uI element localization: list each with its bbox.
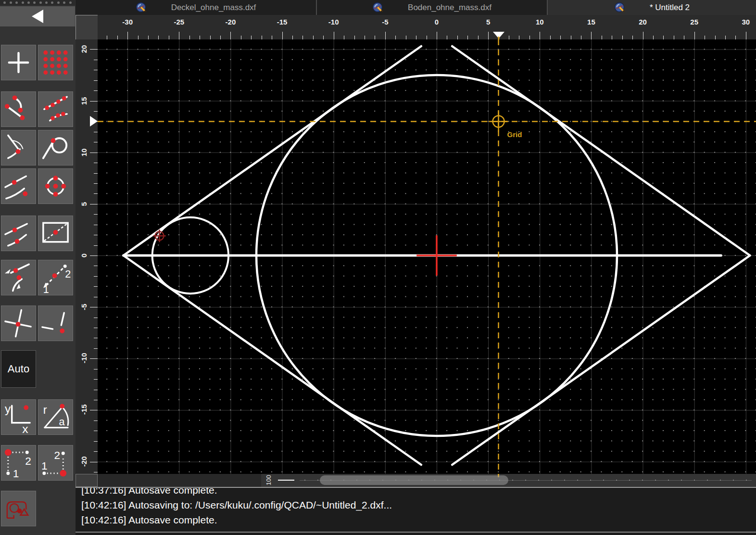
snap-free-button[interactable] xyxy=(1,45,36,80)
ruler-tick xyxy=(148,36,149,39)
ruler-label: 5 xyxy=(486,18,490,26)
drawing-canvas[interactable]: Grid xyxy=(98,39,756,474)
snap-nearest-button[interactable] xyxy=(1,168,36,204)
vertical-ruler[interactable]: -20-15-10-505101520 xyxy=(76,39,98,474)
ruler-tick xyxy=(94,163,98,163)
horizontal-ruler[interactable]: -30-25-20-15-10-5051015202530 xyxy=(98,15,756,39)
ruler-tick xyxy=(292,36,293,39)
ruler-tick xyxy=(94,266,98,266)
snap-auto-button[interactable]: Auto xyxy=(1,350,36,388)
strip-tick-dot xyxy=(655,480,656,481)
svg-text:2: 2 xyxy=(54,449,61,461)
ruler-tick xyxy=(663,36,664,39)
ruler-tick xyxy=(94,142,98,142)
strip-tick-dot xyxy=(551,480,552,481)
snap-perpendicular-button[interactable] xyxy=(1,130,36,166)
ruler-label: -30 xyxy=(122,18,133,26)
strip-tick-dot xyxy=(447,480,448,481)
ruler-tick xyxy=(643,32,643,39)
strip-tick-dot xyxy=(577,480,578,481)
ruler-tick xyxy=(158,36,159,39)
strip-tick-dot xyxy=(369,480,370,481)
snap-endpoints-icon xyxy=(1,92,36,127)
strip-tick-dot xyxy=(460,480,461,481)
ruler-tick xyxy=(725,36,726,39)
ruler-tick xyxy=(94,348,98,349)
strip-tick-dot xyxy=(681,480,682,481)
ruler-tick xyxy=(94,420,98,421)
ruler-tick xyxy=(94,70,98,70)
ruler-tick xyxy=(416,36,416,39)
grid-label: Grid xyxy=(507,130,522,139)
snap-intersection-button[interactable] xyxy=(1,306,36,341)
back-button[interactable] xyxy=(0,6,75,26)
snap-grid-icon xyxy=(38,45,73,80)
qcad-app-icon-button[interactable] xyxy=(1,491,36,526)
strip-tick-dot xyxy=(434,480,435,481)
ruler-tick xyxy=(540,32,540,39)
ruler-tick xyxy=(334,32,334,39)
horizontal-scrollbar-thumb[interactable] xyxy=(320,475,508,485)
ruler-tick xyxy=(447,36,447,39)
ruler-tick xyxy=(210,36,211,39)
coordinate-polar-button[interactable]: r a xyxy=(38,399,73,435)
log-line: [10:42:16] Autosave complete. xyxy=(76,512,756,527)
strip-tick-dot xyxy=(733,480,734,481)
snap-restrict-button[interactable] xyxy=(1,260,36,295)
ruler-tick xyxy=(282,32,283,39)
document-tab-3[interactable]: * Untitled 2 xyxy=(547,0,756,15)
ruler-tick xyxy=(90,410,98,410)
coordinate-cartesian-icon: y x xyxy=(1,400,36,434)
snap-intersection-icon xyxy=(1,306,36,341)
strip-tick-dot xyxy=(642,480,643,481)
svg-text:x: x xyxy=(22,422,28,434)
ruler-corner-box xyxy=(76,15,98,39)
document-tab-2[interactable]: Boden_ohne_mass.dxf xyxy=(316,0,547,15)
snap-middle-button[interactable] xyxy=(38,216,73,251)
strip-tick-dot xyxy=(590,480,591,481)
strip-ruler-label: 100 xyxy=(265,475,272,485)
ruler-tick xyxy=(395,36,396,39)
ruler-tick xyxy=(94,286,98,287)
ruler-label: 30 xyxy=(742,18,750,26)
snap-two-entities-button[interactable] xyxy=(1,216,36,251)
strip-tick-dot xyxy=(330,480,331,481)
svg-text:2: 2 xyxy=(65,268,71,280)
ruler-tick xyxy=(591,32,592,39)
snap-distance-button[interactable]: 12 xyxy=(38,260,73,295)
relative-polar-button[interactable]: 12 xyxy=(38,445,73,481)
document-tab-1[interactable]: Deckel_ohne_mass.dxf xyxy=(76,0,316,15)
strip-tick-dot xyxy=(408,480,409,481)
snap-endpoints-button[interactable] xyxy=(1,91,36,127)
snap-tangential-button[interactable] xyxy=(38,130,73,166)
ruler-tick xyxy=(632,36,633,39)
ruler-tick xyxy=(529,36,530,39)
svg-text:1: 1 xyxy=(43,283,49,295)
snap-center-button[interactable] xyxy=(38,168,73,204)
ruler-tick xyxy=(94,214,98,215)
snap-grid-button[interactable] xyxy=(38,45,73,80)
strip-tick-dot xyxy=(343,480,344,481)
origin-marker xyxy=(416,235,457,276)
ruler-tick xyxy=(94,245,98,246)
coordinate-cartesian-button[interactable]: y x xyxy=(1,399,36,435)
strip-tick-dot xyxy=(525,480,526,481)
strip-tick-dot xyxy=(317,480,318,481)
toolbar-drag-handle[interactable] xyxy=(0,0,75,5)
snap-perpendicular-icon xyxy=(1,130,36,165)
snap-points-on-entity-icon xyxy=(38,92,73,127)
tab-label: Boden_ohne_mass.dxf xyxy=(408,3,491,13)
ruler-tick xyxy=(94,431,98,431)
relative-cartesian-button[interactable]: 12 xyxy=(1,445,36,481)
ruler-tick xyxy=(437,32,437,39)
log-lines: [10:37:16] Autosave complete.[10:42:16] … xyxy=(76,487,756,527)
ruler-tick xyxy=(90,101,98,102)
tangent-line xyxy=(452,46,750,255)
strip-tick-dot xyxy=(720,480,721,481)
ruler-tick xyxy=(94,451,98,452)
qcad-logo-icon xyxy=(614,2,626,13)
snap-points-on-entity-button[interactable] xyxy=(38,91,73,127)
snap-intersection-virtual-button[interactable] xyxy=(38,306,73,341)
qcad-logo-icon xyxy=(372,2,384,13)
ruler-tick xyxy=(560,36,561,39)
